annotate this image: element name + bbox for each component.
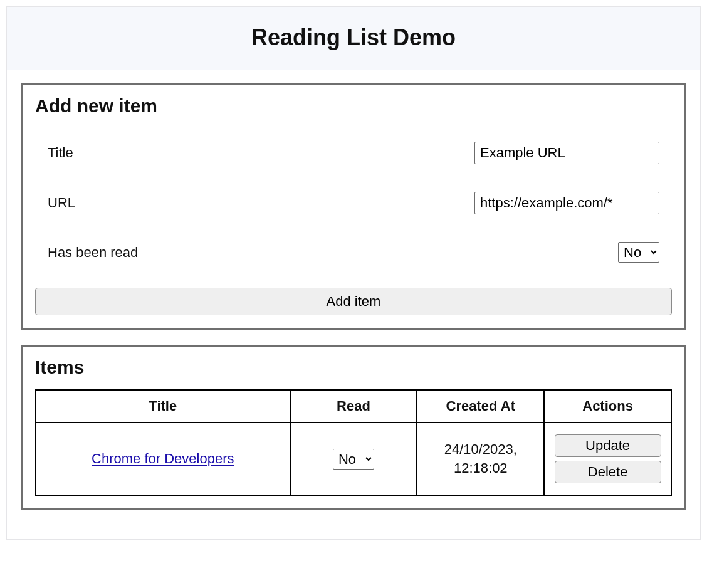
read-row: Has been read NoYes — [48, 228, 659, 276]
url-label: URL — [48, 195, 75, 211]
read-select[interactable]: NoYes — [618, 242, 659, 263]
cell-read: NoYes — [290, 423, 417, 495]
title-input[interactable] — [474, 142, 659, 164]
header-bar: Reading List Demo — [7, 7, 700, 70]
delete-button[interactable]: Delete — [555, 461, 661, 483]
add-item-button[interactable]: Add item — [35, 288, 672, 315]
table-row: Chrome for Developers NoYes 24/10/2023, … — [36, 423, 671, 495]
row-read-select[interactable]: NoYes — [333, 449, 374, 470]
cell-title: Chrome for Developers — [36, 423, 290, 495]
items-table-body: Chrome for Developers NoYes 24/10/2023, … — [36, 423, 671, 495]
table-header-row: Title Read Created At Actions — [36, 390, 671, 423]
page-title: Reading List Demo — [13, 24, 694, 51]
add-item-panel: Add new item Title URL Has been read NoY… — [21, 83, 686, 330]
add-item-form: Title URL Has been read NoYes — [35, 128, 672, 276]
update-button[interactable]: Update — [555, 434, 661, 457]
cell-actions: Update Delete — [544, 423, 671, 495]
item-link[interactable]: Chrome for Developers — [92, 451, 234, 466]
col-header-title: Title — [36, 390, 290, 423]
col-header-created: Created At — [417, 390, 544, 423]
items-heading: Items — [35, 357, 672, 378]
url-input[interactable] — [474, 192, 659, 214]
cell-created: 24/10/2023, 12:18:02 — [417, 423, 544, 495]
col-header-actions: Actions — [544, 390, 671, 423]
main-content: Add new item Title URL Has been read NoY… — [7, 70, 700, 539]
col-header-read: Read — [290, 390, 417, 423]
read-label: Has been read — [48, 244, 138, 261]
url-row: URL — [48, 178, 659, 228]
title-row: Title — [48, 128, 659, 178]
items-table: Title Read Created At Actions Chrome for… — [35, 389, 672, 496]
app-container: Reading List Demo Add new item Title URL… — [6, 6, 701, 540]
title-label: Title — [48, 145, 73, 161]
add-item-heading: Add new item — [35, 95, 672, 117]
items-panel: Items Title Read Created At Actions Chro… — [21, 345, 686, 510]
